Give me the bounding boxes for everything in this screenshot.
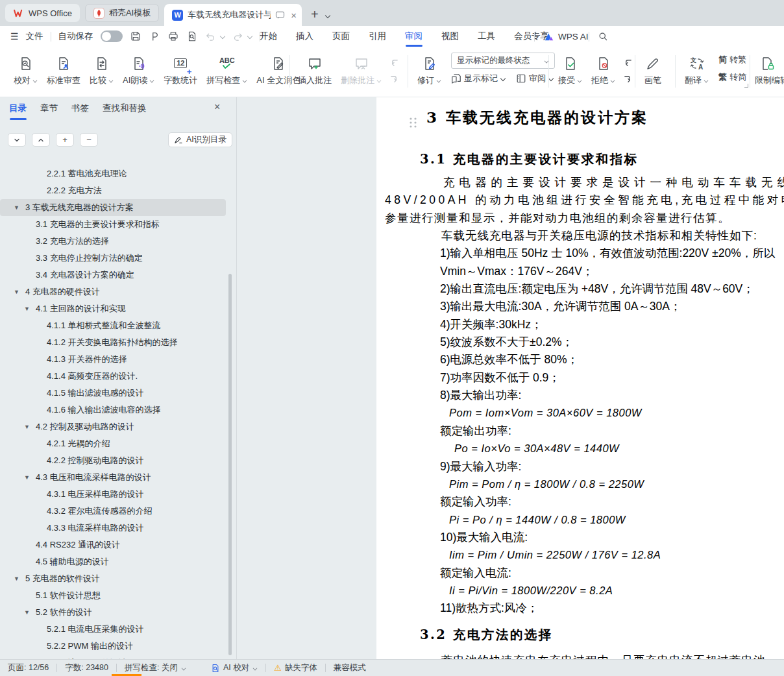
undo-chevron-icon[interactable] (220, 34, 225, 39)
delete-comment-button[interactable]: 删除批注 (336, 53, 386, 86)
tab-wps-office[interactable]: WPS Office (5, 4, 80, 22)
tab-docer-templates[interactable]: 稻壳AI模板 (85, 4, 159, 22)
toc-item[interactable]: ▼ 4.2.1 光耦的介绍 (0, 435, 236, 452)
ink-brush-button[interactable]: 画笔 (640, 53, 666, 86)
group-expand-icon[interactable] (742, 82, 750, 89)
previous-revision-icon[interactable] (621, 56, 634, 68)
toc-item[interactable]: ▼ 5.2.3 液晶显示的设计 (0, 655, 236, 659)
menu-tab[interactable]: 工具 (478, 26, 495, 47)
sidebar-tab[interactable]: 章节 (40, 103, 58, 120)
toc-item[interactable]: ▼ 4.1.5 输出滤波电感的设计 (0, 385, 236, 402)
missing-font-warning[interactable]: ⚠ 缺失字体 (274, 662, 317, 673)
file-menu[interactable]: 文件 (26, 30, 43, 42)
triangle-collapse-icon[interactable]: ▼ (24, 609, 36, 616)
menu-tab[interactable]: 页面 (332, 26, 350, 47)
track-changes-button[interactable]: 修订 (413, 53, 446, 86)
toc-item[interactable]: ▼ 5 充电器的软件设计 (0, 570, 236, 587)
triangle-collapse-icon[interactable]: ▼ (14, 289, 25, 295)
menu-tab[interactable]: 审阅 (405, 26, 423, 47)
undo-icon[interactable] (205, 31, 216, 42)
sidebar-close-icon[interactable]: × (214, 101, 220, 113)
toc-expand-all-button[interactable]: + (56, 133, 74, 147)
toc-item[interactable]: ▼ 4.1.3 开关器件的选择 (0, 351, 236, 368)
sidebar-tab[interactable]: 书签 (71, 103, 89, 120)
reject-revision-button[interactable]: 拒绝 (587, 53, 620, 86)
ai-recognize-toc-button[interactable]: AI识别目录 (168, 132, 232, 147)
print-preview-icon[interactable] (186, 30, 198, 42)
redo-chevron-icon[interactable] (247, 34, 252, 39)
toc-item[interactable]: ▼ 4 充电器的硬件设计 (0, 284, 236, 300)
toc-item[interactable]: ▼ 4.3.1 电压采样电路的设计 (0, 486, 236, 503)
word-count-button[interactable]: 12 + 字数统计 (159, 53, 202, 86)
toc-item[interactable]: ▼ 4.1.4 高频变压器的设计. (0, 368, 236, 385)
tab-list-chevron-icon[interactable] (325, 13, 330, 18)
search-icon[interactable] (597, 30, 609, 42)
menu-tab[interactable]: 插入 (296, 26, 313, 47)
word-count-indicator[interactable]: 字数: 23480 (65, 662, 108, 673)
sidebar-tab[interactable]: 查找和替换 (103, 103, 147, 120)
toc-item[interactable]: ▼ 3.1 充电器的主要设计要求和指标 (0, 216, 236, 233)
proofread-button[interactable]: 校对 (9, 53, 42, 86)
toc-item[interactable]: ▼ 4.5 辅助电源的设计 (0, 553, 236, 570)
toc-item[interactable]: ▼ 4.1.6 输入输出滤波电容的选择 (0, 402, 236, 418)
document-page[interactable]: 3 车载无线充电器的设计方案 3.1 充电器的主要设计要求和指标 充电器的主要设… (376, 97, 784, 659)
toc-item[interactable]: ▼ 4.1.2 开关变换电路拓扑结构的选择 (0, 334, 236, 351)
print-icon[interactable] (167, 30, 179, 42)
toc-item[interactable]: ▼ 3 车载无线充电器的设计方案 (0, 199, 226, 216)
toc-item[interactable]: ▼ 4.2 控制及驱动电路的设计 (0, 418, 236, 435)
ai-proofread-status[interactable]: AI 校对 (211, 662, 258, 673)
toc-next-heading-button[interactable] (8, 133, 26, 147)
toc-item[interactable]: ▼ 2.2.2 充电方法 (0, 182, 236, 199)
tab-document-active[interactable]: W 车载无线充电器设计与实现 与 × (164, 4, 302, 26)
menu-tab[interactable]: 引用 (369, 26, 386, 47)
show-markup-button[interactable]: 显示标记 (451, 73, 506, 84)
toc-item[interactable]: ▼ 4.3.2 霍尔电流传感器的介绍 (0, 503, 236, 520)
sidebar-tab[interactable]: 目录 (9, 103, 27, 120)
save-icon[interactable] (130, 30, 141, 42)
toc-item[interactable]: ▼ 4.1.1 单相桥式整流和全波整流 (0, 317, 236, 334)
toc-item[interactable]: ▼ 2.2.1 蓄电池充电理论 (0, 165, 236, 182)
insert-comment-button[interactable]: 插入批注 (293, 53, 336, 86)
triangle-collapse-icon[interactable]: ▼ (24, 474, 36, 481)
to-simplified-button[interactable]: 繁 转简 (718, 71, 746, 83)
next-revision-icon[interactable] (621, 73, 634, 84)
toc-item[interactable]: ▼ 4.3 电压和电流采样电路的设计 (0, 469, 236, 486)
standard-check-button[interactable]: 标准审查 (42, 53, 85, 86)
spellcheck-status[interactable]: 拼写检查: 关闭 (125, 662, 186, 673)
toc-prev-heading-button[interactable] (32, 133, 50, 147)
accept-revision-button[interactable]: 接受 (554, 53, 587, 86)
ai-read-button[interactable]: AI朗读 (118, 53, 159, 86)
menu-tab[interactable]: 视图 (441, 26, 459, 47)
previous-comment-icon[interactable] (387, 56, 400, 68)
spell-check-button[interactable]: ABC 拼写检查 (202, 53, 252, 86)
compatibility-mode-badge[interactable]: 兼容模式 (334, 662, 366, 673)
to-traditional-button[interactable]: 简 转繁 (718, 54, 746, 66)
menu-tab[interactable]: 开始 (260, 26, 277, 47)
redo-icon[interactable] (232, 31, 243, 42)
toc-item[interactable]: ▼ 5.1 软件设计思想 (0, 587, 236, 604)
toc-item[interactable]: ▼ 3.4 充电器设计方案的确定 (0, 267, 236, 284)
toc-item[interactable]: ▼ 5.2 软件的设计 (0, 604, 236, 621)
sidebar-scrollbar[interactable] (228, 274, 232, 655)
next-comment-icon[interactable] (387, 73, 400, 84)
toc-item[interactable]: ▼ 3.2 充电方法的选择 (0, 233, 236, 250)
hamburger-menu-icon[interactable]: ☰ (10, 31, 19, 42)
triangle-collapse-icon[interactable]: ▼ (24, 424, 36, 430)
new-tab-button[interactable]: + (311, 8, 319, 21)
export-pdf-icon[interactable] (149, 30, 160, 42)
compare-button[interactable]: 比较 (85, 53, 118, 86)
triangle-collapse-icon[interactable]: ▼ (14, 575, 25, 582)
tab-close-icon[interactable]: × (291, 10, 297, 21)
toc-item[interactable]: ▼ 5.2.2 PWM 输出的设计 (0, 638, 236, 655)
toc-item[interactable]: ▼ 4.1 主回路的设计和实现 (0, 300, 236, 317)
translate-button[interactable]: 文A 翻译 (680, 53, 713, 86)
toc-collapse-all-button[interactable]: − (80, 133, 98, 147)
page-indicator[interactable]: 页面: 12/56 (8, 662, 49, 673)
toc-item[interactable]: ▼ 3.3 充电停止控制方法的确定 (0, 250, 236, 267)
toc-item[interactable]: ▼ 4.4 RS232 通讯的设计 (0, 537, 236, 553)
toc-item[interactable]: ▼ 4.3.3 电流采样电路的设计 (0, 520, 236, 537)
triangle-collapse-icon[interactable]: ▼ (24, 306, 36, 312)
autosave-toggle[interactable] (101, 30, 123, 42)
markup-state-dropdown[interactable]: 显示标记的最终状态 (451, 53, 555, 69)
toc-item[interactable]: ▼ 4.2.2 控制驱动电路的设计 (0, 452, 236, 469)
